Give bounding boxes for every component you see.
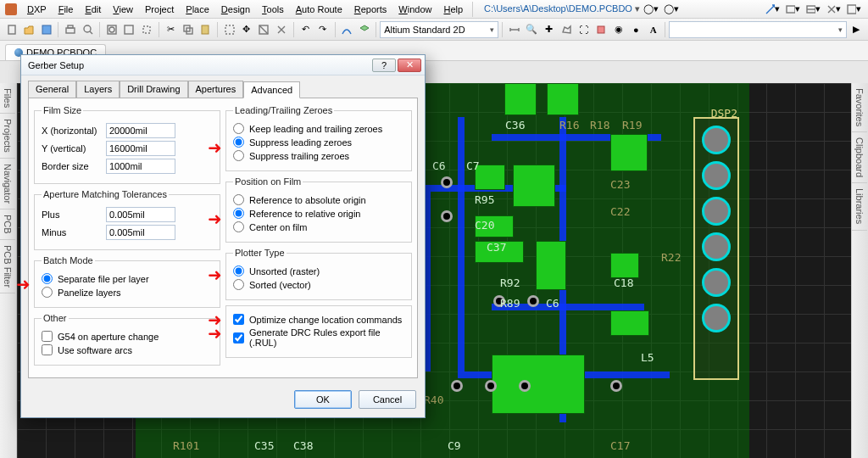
tab-advanced[interactable]: Advanced xyxy=(243,81,300,98)
tab-general[interactable]: General xyxy=(28,81,76,98)
ok-button[interactable]: OK xyxy=(294,390,352,409)
radio-panelize[interactable] xyxy=(42,287,53,298)
route-icon[interactable] xyxy=(339,22,353,37)
rail-clipboard[interactable]: Clipboard xyxy=(852,132,867,183)
radio-separate-file[interactable] xyxy=(42,273,53,284)
radio-center-film[interactable] xyxy=(233,221,244,232)
radio-suppress-trailing[interactable] xyxy=(233,150,244,161)
tb-mag-icon[interactable]: 🔍 xyxy=(525,22,539,37)
deselect-icon[interactable] xyxy=(257,22,271,37)
film-y-input[interactable] xyxy=(106,141,175,156)
radio-keep-zeros[interactable] xyxy=(233,123,244,134)
move-icon[interactable]: ✥ xyxy=(239,22,253,37)
film-border-input[interactable] xyxy=(106,159,175,174)
redo-icon[interactable]: ↷ xyxy=(315,22,330,37)
tab-drill[interactable]: Drill Drawing xyxy=(120,81,187,98)
tool-d-icon[interactable]: ▾ xyxy=(825,2,842,17)
rail-favorites[interactable]: Favorites xyxy=(852,83,867,132)
tool-c-icon[interactable]: ▾ xyxy=(804,2,821,17)
group-zeros: ➜ Leading/Trailing Zeroes Keep leading a… xyxy=(225,105,412,171)
gerber-setup-dialog: Gerber Setup ? ✕ General Layers Drill Dr… xyxy=(20,54,426,418)
svg-point-7 xyxy=(84,25,91,32)
menu-view[interactable]: View xyxy=(108,3,138,16)
open-icon[interactable] xyxy=(21,22,36,37)
save-icon[interactable] xyxy=(39,22,53,37)
radio-sorted[interactable] xyxy=(233,279,244,290)
rail-projects[interactable]: Projects xyxy=(0,114,15,159)
paste-icon[interactable] xyxy=(198,22,212,37)
radio-rel-origin[interactable] xyxy=(233,208,244,219)
check-gen-drc[interactable] xyxy=(233,332,244,344)
zoom-sel-icon[interactable] xyxy=(139,22,153,37)
right-panel-rail: Favorites Clipboard Libraries xyxy=(851,83,868,458)
svg-rect-17 xyxy=(598,26,604,33)
menu-place[interactable]: Place xyxy=(181,3,214,16)
radio-unsorted[interactable] xyxy=(233,265,244,276)
check-softarcs[interactable] xyxy=(42,344,53,355)
menu-help[interactable]: Help xyxy=(438,3,468,16)
film-x-input[interactable] xyxy=(106,123,175,138)
group-other-right: ➜ ➜ Optimize change location commands Ge… xyxy=(225,305,412,358)
aperture-plus-input[interactable] xyxy=(106,207,175,222)
nav-fwd-icon[interactable]: ◯▾ xyxy=(663,2,680,17)
layer-set-dropdown[interactable]: Altium Standard 2D xyxy=(380,21,498,38)
clear-icon[interactable] xyxy=(274,22,288,37)
zoom-area-icon[interactable] xyxy=(104,22,119,37)
menu-project[interactable]: Project xyxy=(140,3,179,16)
menu-reports[interactable]: Reports xyxy=(349,3,392,16)
tb-via-icon[interactable]: ◉ xyxy=(611,22,626,37)
menu-edit[interactable]: Edit xyxy=(80,3,106,16)
menu-design[interactable]: Design xyxy=(216,3,255,16)
rail-navigator[interactable]: Navigator xyxy=(0,159,15,209)
rail-pcb[interactable]: PCB xyxy=(0,209,15,240)
close-button[interactable]: ✕ xyxy=(398,59,421,72)
left-panel-rail: Files Projects Navigator PCB PCB Filter xyxy=(0,83,17,458)
radio-suppress-leading[interactable] xyxy=(233,137,244,148)
menu-autoroute[interactable]: Auto Route xyxy=(291,3,348,16)
rail-libraries[interactable]: Libraries xyxy=(852,183,867,230)
svg-rect-0 xyxy=(787,6,795,13)
radio-abs-origin[interactable] xyxy=(233,194,244,205)
undo-icon[interactable]: ↶ xyxy=(298,22,313,37)
tb-comp-icon[interactable] xyxy=(594,22,609,37)
select-rect-icon[interactable] xyxy=(222,22,236,37)
rail-files[interactable]: Files xyxy=(0,83,15,114)
tab-apertures[interactable]: Apertures xyxy=(188,81,244,98)
menu-tools[interactable]: Tools xyxy=(257,3,289,16)
check-g54[interactable] xyxy=(42,331,53,342)
tb-net-icon[interactable]: ⛶ xyxy=(576,22,591,37)
dsp2-connector xyxy=(693,117,739,380)
new-icon[interactable] xyxy=(4,22,19,37)
check-optimize[interactable] xyxy=(233,314,244,325)
cancel-button[interactable]: Cancel xyxy=(359,390,416,409)
tb-pad-icon[interactable]: ● xyxy=(628,22,643,37)
preview-icon[interactable] xyxy=(81,22,95,37)
svg-rect-4 xyxy=(42,25,51,34)
tb-cross-icon[interactable]: ✚ xyxy=(542,22,556,37)
cut-icon[interactable]: ✂ xyxy=(163,22,177,37)
zoom-fit-icon[interactable] xyxy=(122,22,136,37)
menu-window[interactable]: Window xyxy=(393,3,437,16)
group-batch-mode: ➜ Batch Mode Separate file per layer Pan… xyxy=(34,255,220,308)
tb-text-icon[interactable]: A xyxy=(646,22,660,37)
breadcrumb[interactable]: C:\Users\A\Desktop\DEMO.PCBDO ▾ xyxy=(484,3,640,14)
layer-icon[interactable] xyxy=(357,22,371,37)
nav-back-icon[interactable]: ◯▾ xyxy=(643,2,659,17)
aperture-minus-input[interactable] xyxy=(106,225,175,240)
dialog-titlebar[interactable]: Gerber Setup ? ✕ xyxy=(21,55,425,75)
help-button[interactable]: ? xyxy=(372,59,396,72)
tool-a-icon[interactable]: ▾ xyxy=(764,2,781,17)
tb-poly-icon[interactable] xyxy=(559,22,574,37)
tool-e-icon[interactable]: ▾ xyxy=(845,2,862,17)
group-plotter: ➜ Plotter Type Unsorted (raster) Sorted … xyxy=(225,248,412,300)
rail-pcbfilter[interactable]: PCB Filter xyxy=(0,240,15,293)
filter-go-icon[interactable]: ▶ xyxy=(849,22,863,37)
menu-dxp[interactable]: DXP xyxy=(22,3,52,16)
copy-icon[interactable] xyxy=(181,22,195,37)
tab-layers[interactable]: Layers xyxy=(76,81,120,98)
tool-b-icon[interactable]: ▾ xyxy=(784,2,801,17)
filter-dropdown[interactable] xyxy=(669,21,847,38)
menu-file[interactable]: File xyxy=(53,3,79,16)
tb-dim-icon[interactable] xyxy=(507,22,521,37)
print-icon[interactable] xyxy=(63,22,77,37)
